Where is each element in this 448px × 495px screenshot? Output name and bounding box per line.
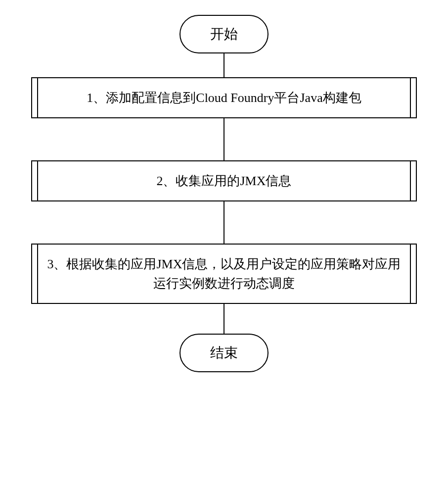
step2-text: 2、收集应用的JMX信息 bbox=[156, 174, 291, 188]
step1-text: 1、添加配置信息到Cloud Foundry平台Java构建包 bbox=[87, 91, 361, 105]
end-terminator: 结束 bbox=[179, 334, 269, 372]
connector-line bbox=[224, 118, 224, 160]
step3-text: 3、根据收集的应用JMX信息，以及用户设定的应用策略对应用运行实例数进行动态调度 bbox=[47, 257, 401, 291]
start-terminator: 开始 bbox=[179, 15, 269, 53]
process-step-1: 1、添加配置信息到Cloud Foundry平台Java构建包 bbox=[31, 77, 417, 118]
start-label: 开始 bbox=[210, 26, 238, 42]
connector-line bbox=[224, 201, 224, 244]
end-label: 结束 bbox=[210, 345, 238, 360]
connector-line bbox=[224, 53, 224, 77]
process-step-3: 3、根据收集的应用JMX信息，以及用户设定的应用策略对应用运行实例数进行动态调度 bbox=[31, 244, 417, 304]
process-step-2: 2、收集应用的JMX信息 bbox=[31, 160, 417, 201]
connector-line bbox=[224, 304, 224, 334]
